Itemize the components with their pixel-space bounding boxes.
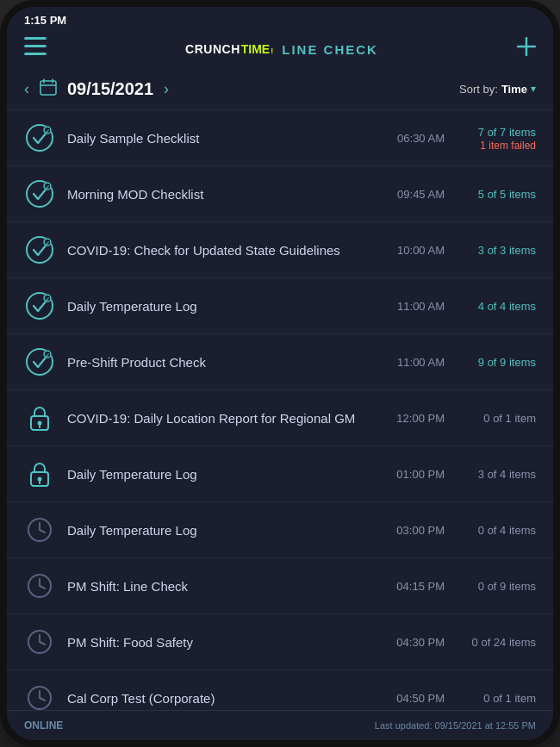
item-name: COVID-19: Check for Updated State Guidel… [67,243,389,258]
item-status-text: 0 of 24 items [472,636,536,649]
check-icon: ✓ [24,346,55,377]
calendar-icon[interactable] [40,78,57,99]
item-status-text: 3 of 3 items [478,244,536,257]
footer: ONLINE Last updated: 09/15/2021 at 12:55… [7,710,553,740]
item-time: 01:00 PM [389,468,445,481]
item-time: 12:00 PM [389,412,445,425]
item-time: 03:00 PM [389,524,445,537]
item-time: 10:00 AM [389,244,445,257]
app-name-label: LINE CHECK [282,42,378,57]
item-time: 04:50 PM [389,692,445,705]
item-name: Morning MOD Checklist [67,187,389,202]
item-status-text: 3 of 4 items [478,468,536,481]
date-navigation: ‹ 09/15/2021 › [24,78,169,99]
item-status-text: 4 of 4 items [478,300,536,313]
prev-date-button[interactable]: ‹ [24,80,29,98]
clock-icon [24,514,55,545]
check-icon: ✓ [24,122,55,153]
svg-rect-0 [24,37,47,40]
date-bar: ‹ 09/15/2021 › Sort by: Time ▾ [7,72,553,110]
item-status: 7 of 7 items 1 item failed [458,124,536,152]
item-time: 06:30 AM [389,132,445,145]
sort-chevron-icon: ▾ [531,83,536,95]
check-icon: ✓ [24,234,55,265]
item-status-text: 0 of 1 item [483,692,536,705]
clock-icon [24,626,55,657]
last-updated: Last updated: 09/15/2021 at 12:55 PM [375,720,536,731]
sort-value: Time [501,83,527,96]
checklist-item[interactable]: COVID-19: Daily Location Report for Regi… [7,390,553,446]
item-status-text: 7 of 7 items [478,126,536,139]
tablet-shell: 1:15 PM CRUNCHTIME! LINE CHECK ‹ [0,0,560,747]
header: CRUNCHTIME! LINE CHECK [7,30,553,72]
item-status-text: 9 of 9 items [478,356,536,369]
item-name: PM Shift: Line Check [67,579,389,594]
checklist-item[interactable]: ✓ Pre-Shift Product Check 11:00 AM 9 of … [7,334,553,390]
checklist-item[interactable]: PM Shift: Line Check 04:15 PM 0 of 9 ite… [7,558,553,614]
item-name: Daily Sample Checklist [67,131,389,146]
item-time: 04:30 PM [389,636,445,649]
item-name: Daily Temperature Log [67,523,389,538]
next-date-button[interactable]: › [164,80,169,98]
item-status-text: 0 of 9 items [478,580,536,593]
app-logo: CRUNCHTIME! LINE CHECK [185,42,378,57]
status-time: 1:15 PM [24,14,66,27]
svg-text:✓: ✓ [45,184,50,190]
item-status: 3 of 4 items [458,466,536,482]
item-status: 9 of 9 items [458,354,536,370]
item-name: PM Shift: Food Safety [67,635,389,650]
item-time: 09:45 AM [389,188,445,201]
lock-icon [24,402,55,433]
sort-by-label: Sort by: [459,83,498,96]
svg-line-46 [40,698,45,700]
item-name: Cal Corp Test (Corporate) [67,691,389,706]
item-name: Pre-Shift Product Check [67,355,389,370]
svg-text:✓: ✓ [45,128,50,134]
item-status: 0 of 4 items [458,522,536,538]
clock-icon [24,682,55,710]
item-status-text: 0 of 4 items [478,524,536,537]
item-status: 4 of 4 items [458,298,536,314]
checklist-item[interactable]: Daily Temperature Log 03:00 PM 0 of 4 it… [7,502,553,558]
checklist-item[interactable]: ✓ Morning MOD Checklist 09:45 AM 5 of 5 … [7,166,553,222]
svg-text:✓: ✓ [45,296,50,302]
sort-control[interactable]: Sort by: Time ▾ [459,83,536,96]
item-status-text: 0 of 1 item [483,412,536,425]
item-status: 0 of 9 items [458,578,536,594]
item-name: Daily Temperature Log [67,299,389,314]
item-time: 11:00 AM [389,356,445,369]
status-bar: 1:15 PM [7,7,553,30]
checklist-item[interactable]: Daily Temperature Log 01:00 PM 3 of 4 it… [7,446,553,502]
item-fail-text: 1 item failed [458,140,536,152]
item-status: 0 of 24 items [458,634,536,650]
item-name: Daily Temperature Log [67,467,389,482]
item-time: 11:00 AM [389,300,445,313]
svg-line-40 [40,586,45,588]
current-date: 09/15/2021 [67,79,153,99]
connection-status: ONLINE [24,719,63,731]
item-status: 3 of 3 items [458,242,536,258]
item-time: 04:15 PM [389,580,445,593]
checklist-item[interactable]: ✓ Daily Temperature Log 11:00 AM 4 of 4 … [7,278,553,334]
checklist-container: ✓ Daily Sample Checklist 06:30 AM 7 of 7… [7,110,553,710]
svg-text:✓: ✓ [45,240,50,246]
checklist-item[interactable]: Cal Corp Test (Corporate) 04:50 PM 0 of … [7,670,553,710]
svg-rect-2 [24,53,47,55]
svg-line-37 [40,530,45,532]
check-icon: ✓ [24,178,55,209]
item-status: 5 of 5 items [458,186,536,202]
item-status: 0 of 1 item [458,690,536,706]
checklist-item[interactable]: PM Shift: Food Safety 04:30 PM 0 of 24 i… [7,614,553,670]
svg-text:✓: ✓ [45,352,50,358]
checklist-item[interactable]: ✓ COVID-19: Check for Updated State Guid… [7,222,553,278]
item-status: 0 of 1 item [458,410,536,426]
svg-rect-1 [24,45,47,47]
svg-rect-5 [40,81,56,95]
check-icon: ✓ [24,290,55,321]
svg-line-43 [40,642,45,644]
checklist-item[interactable]: ✓ Daily Sample Checklist 06:30 AM 7 of 7… [7,110,553,166]
clock-icon [24,570,55,601]
hamburger-menu-icon[interactable] [24,37,47,61]
item-name: COVID-19: Daily Location Report for Regi… [67,411,389,426]
add-button[interactable] [517,37,536,61]
